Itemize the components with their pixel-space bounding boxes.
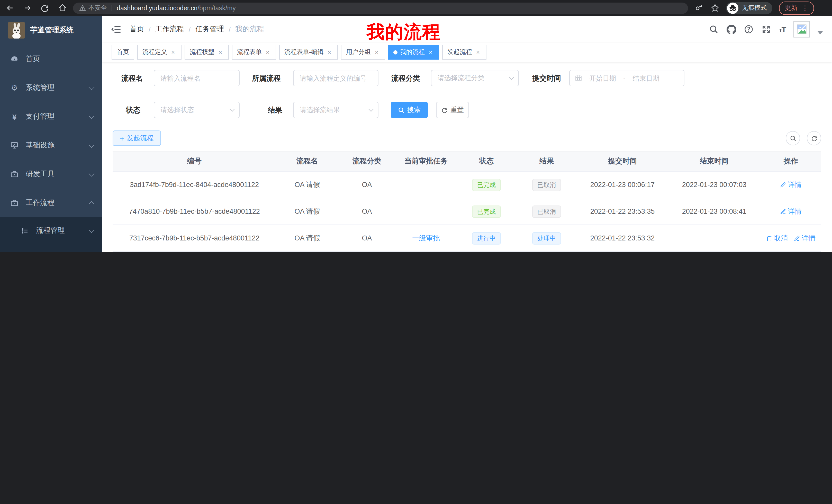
avatar-caret-icon[interactable] [817,31,823,34]
result-select[interactable]: 请选择流结果 [293,102,379,118]
refresh-table-button[interactable] [807,131,821,145]
app-logo-row[interactable]: 芋道管理系统 [0,16,102,45]
close-icon[interactable]: × [475,49,481,56]
result-label: 结果 [268,102,282,118]
sidebar-item-label: 流程管理 [36,226,65,235]
search-form: 流程名 所属流程 流程分类 请选择流程分类 提交时间 - 状态 请选 [113,62,821,131]
col-id: 编号 [113,151,276,171]
url-bar[interactable]: 不安全 dashboard.yudao.iocoder.cn/bpm/task/… [73,2,688,13]
close-icon[interactable]: × [170,49,176,56]
col-result: 结果 [516,151,577,171]
tab-process-definition[interactable]: 流程定义× [137,45,182,60]
font-size-icon[interactable]: TT [779,25,786,34]
sidebar-item-label: 基础设施 [26,141,54,150]
edit-pencil-icon [780,208,786,215]
detail-link[interactable]: 详情 [794,233,815,243]
sidebar-item-workflow[interactable]: 工作流程 [0,189,102,217]
close-icon[interactable]: × [217,49,224,56]
col-current-task: 当前审批任务 [395,151,457,171]
close-icon[interactable]: × [373,49,380,56]
search-icon[interactable] [709,24,719,34]
sidebar-toggle-hamburger-icon[interactable] [111,24,121,34]
cell-id: 7470a810-7b9b-11ec-b5b7-acde48001122 [113,198,276,225]
tab-start-process[interactable]: 发起流程× [442,45,487,60]
col-status: 状态 [457,151,516,171]
tab-process-form[interactable]: 流程表单× [232,45,276,60]
col-actions: 操作 [760,151,821,171]
process-name-input[interactable] [154,70,240,86]
sidebar-item-home[interactable]: 首页 [0,45,102,74]
calendar-icon [575,75,582,82]
toggle-search-button[interactable] [786,131,800,145]
process-table: 编号 流程名 流程分类 当前审批任务 状态 结果 提交时间 结束时间 操作 3a… [113,151,821,252]
process-category-select[interactable]: 请选择流程分类 [431,70,519,86]
chevron-down-icon [230,107,235,112]
sidebar-item-payment[interactable]: ¥ 支付管理 [0,102,102,131]
browser-menu-kebab-icon[interactable]: ⋮ [802,4,808,12]
close-icon[interactable]: × [427,49,434,56]
home-icon[interactable] [58,3,67,12]
security-chip[interactable]: 不安全 [79,4,107,12]
breadcrumb-workflow[interactable]: 工作流程 [155,25,184,34]
reload-icon[interactable] [40,3,49,12]
password-key-icon[interactable] [694,3,703,12]
fullscreen-icon[interactable] [761,24,771,34]
tab-process-model[interactable]: 流程模型× [185,45,229,60]
start-date-input[interactable] [586,74,619,82]
sidebar-item-task-management[interactable]: 任务管理 [0,244,102,252]
back-icon[interactable] [5,3,15,12]
toolbox-icon [10,170,19,178]
cell-end-time [668,225,760,251]
sidebar-item-label: 研发工具 [26,170,54,179]
parent-process-input[interactable] [293,70,379,86]
sidebar-item-dev-tools[interactable]: 研发工具 [0,160,102,189]
avatar[interactable] [794,21,810,37]
tab-process-form-edit[interactable]: 流程表单-编辑× [279,45,338,60]
status-badge: 进行中 [472,232,501,244]
chevron-down-icon [89,113,95,119]
cell-submit-time: 2022-01-22 23:53:35 [577,198,668,225]
search-button[interactable]: 搜索 [391,102,428,118]
submit-time-range-picker[interactable]: - [569,70,684,86]
col-category: 流程分类 [338,151,395,171]
reset-button[interactable]: 重置 [436,102,469,118]
cell-category: OA [338,251,395,252]
sidebar-item-infrastructure[interactable]: 基础设施 [0,131,102,160]
chevron-down-icon [509,75,514,80]
cell-name: OA 请假 [276,225,338,251]
forward-icon[interactable] [23,3,32,12]
cell-category: OA [338,171,395,198]
tab-my-process[interactable]: 我的流程× [388,45,439,60]
sidebar: 芋道管理系统 首页 ⚙ 系统管理 ¥ 支付管理 基础设施 [0,16,102,252]
close-icon[interactable]: × [264,49,271,56]
detail-link[interactable]: 详情 [780,207,802,216]
sidebar-item-system[interactable]: ⚙ 系统管理 [0,74,102,102]
tab-user-group[interactable]: 用户分组× [341,45,385,60]
col-submit-time: 提交时间 [577,151,668,171]
current-task-link[interactable]: 一级审批 [412,233,440,243]
refresh-icon [441,107,448,113]
update-label: 更新 [785,4,798,12]
status-badge: 已完成 [472,205,501,218]
github-icon[interactable] [726,24,736,34]
end-date-input[interactable] [630,74,662,82]
bookmark-star-icon[interactable] [710,3,719,12]
parent-process-label: 所属流程 [252,70,281,86]
breadcrumb-home[interactable]: 首页 [130,25,144,34]
breadcrumb-task-management[interactable]: 任务管理 [196,25,224,34]
cell-submit-time: 2022-01-23 00:06:17 [577,171,668,198]
tab-home[interactable]: 首页 [111,45,134,60]
start-process-button[interactable]: + 发起流程 [113,131,161,146]
status-select[interactable]: 请选择状态 [154,102,240,118]
detail-link[interactable]: 详情 [780,180,802,189]
workflow-submenu: 流程管理 任务管理 我的流程 待办任务 已办 [0,217,102,252]
logo-rabbit-image [8,22,25,38]
close-icon[interactable]: × [326,49,333,56]
sidebar-item-process-management[interactable]: 流程管理 [0,217,102,244]
toolbox-icon [10,199,19,207]
col-name: 流程名 [276,151,338,171]
help-icon[interactable] [744,24,754,34]
update-button[interactable]: 更新 ⋮ [779,1,814,15]
cancel-link[interactable]: 取消 [766,233,788,243]
refresh-icon [811,135,817,142]
